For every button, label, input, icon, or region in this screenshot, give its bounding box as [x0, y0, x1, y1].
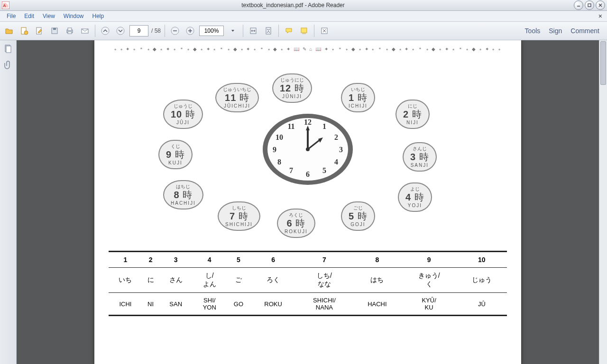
time-bubble: はちじ8 時HACHIJI — [163, 180, 203, 209]
svg-rect-24 — [301, 28, 307, 33]
page-total-label: / 58 — [151, 27, 161, 34]
scroll-thumb[interactable] — [600, 41, 606, 85]
svg-text:10: 10 — [276, 133, 283, 141]
svg-text:5: 5 — [322, 166, 326, 174]
open-icon[interactable] — [3, 25, 15, 37]
svg-rect-12 — [68, 28, 72, 30]
time-bubble: じゅういちじ11 時JÛICHIJI — [215, 83, 259, 112]
zoom-in-icon[interactable] — [184, 25, 196, 37]
fit-page-icon[interactable] — [262, 25, 275, 37]
numbers-table: 12345678910 いちにさんし/ よんごろくしち/ ななはちきゅう/ くじ… — [109, 251, 507, 316]
toolbar: / 58 100% Tools Sign Comment — [0, 22, 607, 40]
close-doc-button[interactable]: × — [597, 12, 604, 20]
svg-text:2: 2 — [334, 133, 338, 141]
svg-text:12: 12 — [304, 118, 312, 126]
svg-point-16 — [117, 27, 124, 35]
menu-file[interactable]: File — [3, 12, 19, 20]
close-window-button[interactable] — [596, 0, 605, 10]
svg-point-46 — [306, 147, 310, 151]
window-title: textbook_indonesian.pdf - Adobe Reader — [12, 2, 574, 9]
svg-text:3: 3 — [339, 146, 343, 154]
minimize-button[interactable] — [574, 0, 583, 10]
highlight-icon[interactable] — [298, 25, 310, 37]
time-bubble: さんじ3 時SANJI — [403, 142, 437, 172]
window-titlebar: A textbook_indonesian.pdf - Adobe Reader — [0, 0, 607, 11]
fit-width-icon[interactable] — [247, 25, 259, 37]
zoom-dropdown-icon[interactable] — [227, 25, 239, 37]
time-bubble: じゅうにじ12 時JÛNIJI — [272, 73, 312, 103]
menu-help[interactable]: Help — [89, 12, 108, 20]
app-icon: A — [2, 1, 9, 9]
zoom-out-icon[interactable] — [169, 25, 181, 37]
side-panel — [0, 40, 17, 364]
svg-text:A: A — [3, 3, 6, 8]
time-bubble: じゅうじ10 時JÛJI — [163, 100, 203, 129]
edit-icon[interactable] — [33, 25, 46, 37]
page-number-input[interactable] — [129, 25, 148, 36]
menu-view[interactable]: View — [39, 12, 59, 20]
create-pdf-icon[interactable] — [18, 25, 30, 37]
thumbnails-icon[interactable] — [3, 44, 13, 54]
read-mode-icon[interactable] — [318, 25, 331, 37]
svg-rect-10 — [53, 28, 56, 30]
save-icon[interactable] — [48, 25, 61, 37]
svg-text:9: 9 — [273, 146, 276, 154]
time-bubble: よじ4 時YOJI — [398, 182, 432, 212]
svg-point-15 — [101, 27, 109, 35]
svg-text:11: 11 — [287, 122, 294, 130]
comment-panel-button[interactable]: Comment — [570, 27, 599, 35]
page-up-icon[interactable] — [99, 25, 111, 37]
time-bubble: にじ2 時NIJI — [395, 100, 430, 129]
zoom-level[interactable]: 100% — [199, 26, 224, 36]
svg-text:1: 1 — [322, 122, 326, 130]
svg-rect-13 — [68, 32, 72, 34]
svg-rect-27 — [6, 46, 11, 53]
email-icon[interactable] — [79, 25, 91, 37]
svg-rect-3 — [588, 4, 591, 7]
tools-panel-button[interactable]: Tools — [525, 27, 541, 35]
svg-text:6: 6 — [306, 170, 310, 178]
svg-text:7: 7 — [289, 166, 293, 174]
sign-panel-button[interactable]: Sign — [549, 27, 562, 35]
svg-text:8: 8 — [277, 158, 281, 166]
attachments-icon[interactable] — [3, 60, 13, 70]
menu-edit[interactable]: Edit — [20, 12, 38, 20]
menu-bar: File Edit View Window Help × — [0, 11, 607, 22]
time-bubble: いちじ1 時ICHIJI — [341, 83, 375, 112]
pdf-page: ∘ ∘ ✦ ∘ ＊ ∘ ◆ ∘ ✦ ∘ ＊ ∘ ◆ ∘ ✦ ∘ ＊ ∘ ◆ ∘ … — [94, 40, 521, 364]
comment-bubble-icon[interactable] — [283, 25, 295, 37]
time-bubble: くじ9 時KUJI — [158, 140, 193, 169]
menu-window[interactable]: Window — [60, 12, 88, 20]
svg-rect-23 — [266, 27, 271, 34]
maximize-button[interactable] — [585, 0, 594, 10]
clock-illustration: 1212 345 678 91011 — [260, 111, 355, 187]
svg-point-7 — [24, 31, 28, 35]
page-down-icon[interactable] — [114, 25, 127, 37]
print-icon[interactable] — [64, 25, 76, 37]
decorative-border: ∘ ∘ ✦ ∘ ＊ ∘ ◆ ∘ ✦ ∘ ＊ ∘ ◆ ∘ ✦ ∘ ＊ ∘ ◆ ∘ … — [109, 44, 507, 55]
time-bubble: ろくじ6 時ROKUJI — [277, 209, 315, 238]
time-bubble: ごじ5 時GOJI — [341, 201, 375, 231]
svg-text:4: 4 — [334, 158, 338, 166]
time-bubble: しちじ7 時SHICHIJI — [218, 201, 260, 231]
document-area[interactable]: ∘ ∘ ✦ ∘ ＊ ∘ ◆ ∘ ✦ ∘ ＊ ∘ ◆ ∘ ✦ ∘ ＊ ∘ ◆ ∘ … — [17, 40, 599, 364]
vertical-scrollbar[interactable] — [599, 40, 607, 364]
